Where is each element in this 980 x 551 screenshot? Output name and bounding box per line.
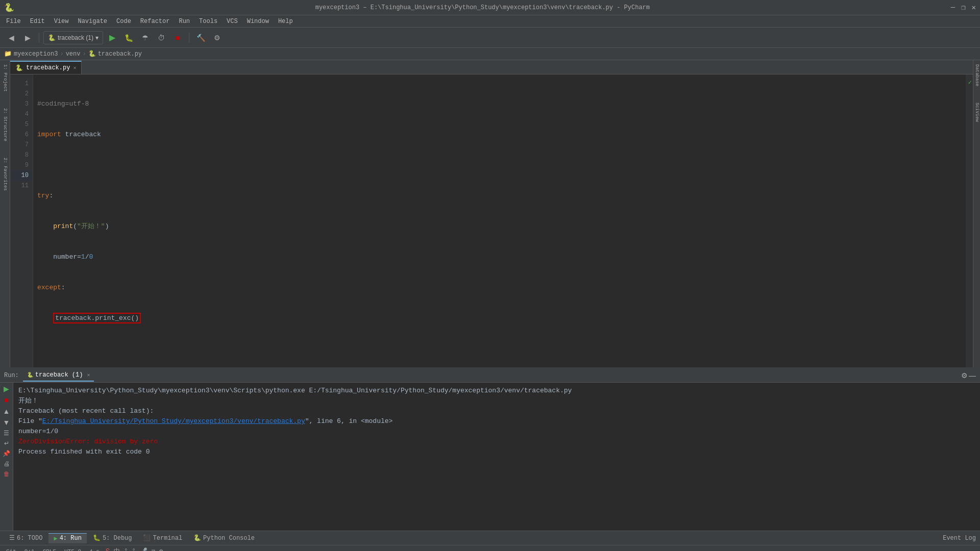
crlf-status[interactable]: CRLF	[41, 548, 58, 552]
file-tab-icon: 🐍	[15, 64, 23, 72]
run-delete[interactable]: 🗑	[4, 470, 10, 478]
structure-tab[interactable]: 2: Structure	[3, 106, 8, 143]
line-num-4: 4	[10, 109, 33, 119]
maximize-button[interactable]: ❐	[961, 3, 965, 12]
console-line-6: ZeroDivisionError: division by zero	[18, 437, 975, 447]
run-filter[interactable]: ☰	[4, 430, 9, 437]
run-scroll-down[interactable]: ▼	[3, 418, 10, 427]
encoding-status[interactable]: UTF-8	[62, 548, 83, 552]
keyboard-icon: ⌨	[152, 547, 155, 551]
run-pin[interactable]: 📌	[3, 450, 10, 457]
mic-icon: 🎤	[140, 547, 148, 551]
settings-icon[interactable]: ⚙	[159, 547, 163, 551]
debug-button[interactable]: 🐛	[121, 31, 136, 45]
run-scroll-up[interactable]: ▲	[3, 407, 10, 415]
input-mode: °	[132, 548, 135, 552]
menu-view[interactable]: View	[50, 17, 73, 26]
file-tab-close[interactable]: ✕	[73, 65, 76, 71]
panel-settings[interactable]: ⚙	[961, 371, 968, 380]
line-col-status[interactable]: 9:1	[22, 548, 37, 552]
console-line-8: Process finished with exit code 0	[18, 447, 975, 457]
run-panel-header: Run: 🐍 traceback (1) ✕ ⚙ —	[0, 368, 980, 383]
console-line-2: 开始！	[18, 396, 975, 406]
code-line-8: traceback.print_exc()	[37, 313, 966, 323]
line-num-2: 2	[10, 89, 33, 99]
menu-window[interactable]: Window	[243, 17, 273, 26]
breadcrumb-file[interactable]: traceback.py	[98, 51, 142, 58]
favorites-tab[interactable]: 2: Favorites	[3, 156, 8, 193]
bottom-tab-debug[interactable]: 🐛 5: Debug	[88, 533, 137, 543]
run-config-label: traceback (1)	[58, 34, 93, 41]
breadcrumb-venv[interactable]: venv	[66, 51, 81, 58]
run-with-coverage[interactable]: ☂	[138, 31, 152, 45]
menu-file[interactable]: File	[2, 17, 25, 26]
bottom-tab-run[interactable]: ▶ 4: Run	[48, 533, 86, 543]
stop-button[interactable]: ■	[170, 31, 185, 45]
project-tab[interactable]: 1: Project	[3, 62, 8, 94]
minimize-button[interactable]: —	[951, 3, 955, 12]
code-line-9	[37, 344, 966, 354]
menu-run[interactable]: Run	[175, 17, 194, 26]
bottom-toolbar: ☰ 6: TODO ▶ 4: Run 🐛 5: Debug ⬛ Terminal…	[0, 531, 980, 545]
menu-navigate[interactable]: Navigate	[74, 17, 111, 26]
title-bar-left: 🐍	[4, 3, 14, 13]
file-tab-traceback[interactable]: 🐍 traceback.py ✕	[10, 61, 82, 74]
panel-minimize[interactable]: —	[969, 371, 976, 380]
editor-area: 🐍 traceback.py ✕ 1 2 3 4 5 6 7 8 9	[10, 60, 973, 367]
toolbar-settings[interactable]: ⚙	[210, 31, 224, 45]
bottom-tab-python-console[interactable]: 🐍 Python Console	[188, 533, 260, 543]
app-icon: 🐍	[4, 3, 14, 13]
status-bar: Git 9:1 CRLF UTF-8 4 s S 中 ° ° 🎤 ⌨ ⚙	[0, 545, 980, 551]
file-tab-label: traceback.py	[26, 64, 70, 71]
menu-code[interactable]: Code	[112, 17, 135, 26]
breadcrumb-project[interactable]: myexception3	[14, 51, 58, 58]
menu-tools[interactable]: Tools	[195, 17, 222, 26]
line-num-9: 9	[10, 160, 33, 170]
right-gutter: ✓	[966, 74, 973, 367]
toolbar-sep-1	[39, 33, 39, 43]
console-line-3: Traceback (most recent call last):	[18, 406, 975, 416]
run-print[interactable]: 🖨	[4, 460, 10, 467]
bottom-tab-terminal[interactable]: ⬛ Terminal	[138, 533, 187, 543]
console-line-5: number=1/0	[18, 427, 975, 437]
breadcrumb: 📁 myexception3 › venv › 🐍 traceback.py	[0, 48, 980, 60]
console-output[interactable]: E:\Tsinghua_University\Python_Study\myex…	[13, 383, 980, 531]
run-config-dropdown-icon: ▾	[95, 34, 99, 41]
run-tab-close[interactable]: ✕	[87, 372, 90, 378]
terminal-icon: ⬛	[143, 534, 151, 542]
toolbar-back[interactable]: ◀	[4, 31, 18, 45]
code-line-4: try:	[37, 191, 966, 201]
run-stop-button[interactable]: ■	[4, 396, 8, 404]
menu-edit[interactable]: Edit	[26, 17, 49, 26]
code-line-3	[37, 160, 966, 170]
code-editor[interactable]: 1 2 3 4 5 6 7 8 9 10 11 #coding=utf-8 im…	[10, 74, 973, 367]
run-wrap[interactable]: ↵	[4, 440, 9, 447]
close-button[interactable]: ✕	[972, 3, 976, 12]
python-console-icon: 🐍	[193, 534, 201, 542]
toolbar-build[interactable]: 🔨	[193, 31, 208, 45]
run-config-selector[interactable]: 🐍 traceback (1) ▾	[43, 31, 103, 44]
bottom-tab-todo[interactable]: ☰ 6: TODO	[4, 533, 47, 543]
run-rerun-button[interactable]: ▶	[4, 385, 9, 393]
run-button[interactable]: ▶	[105, 31, 119, 45]
menu-help[interactable]: Help	[274, 17, 297, 26]
window-title: myexception3 – E:\Tsinghua_University\Py…	[315, 4, 650, 11]
toolbar-forward[interactable]: ▶	[20, 31, 35, 45]
line-num-1: 1	[10, 79, 33, 89]
menu-refactor[interactable]: Refactor	[136, 17, 174, 26]
breadcrumb-project-icon: 📁	[4, 50, 12, 58]
database-tab[interactable]: Database	[974, 62, 979, 88]
code-content[interactable]: #coding=utf-8 import traceback try: prin…	[33, 74, 966, 367]
run-panel-controls: ⚙ —	[961, 371, 976, 380]
todo-icon: ☰	[9, 534, 15, 542]
indent-status[interactable]: 4 s	[87, 548, 102, 552]
event-log-label[interactable]: Event Log	[943, 535, 976, 542]
run-panel: Run: 🐍 traceback (1) ✕ ⚙ — ▶ ■ ▲ ▼ ☰ ↵ 📌…	[0, 367, 980, 531]
tab-bar: 🐍 traceback.py ✕	[10, 60, 973, 74]
traceback-file-link[interactable]: E:/Tsinghua_University/Python_Study/myex…	[42, 417, 305, 425]
profile-button[interactable]: ⏱	[154, 31, 168, 45]
run-tab-traceback[interactable]: 🐍 traceback (1) ✕	[23, 369, 94, 382]
sciview-tab[interactable]: SciView	[974, 101, 979, 124]
menu-vcs[interactable]: VCS	[223, 17, 242, 26]
git-status[interactable]: Git	[4, 548, 18, 552]
